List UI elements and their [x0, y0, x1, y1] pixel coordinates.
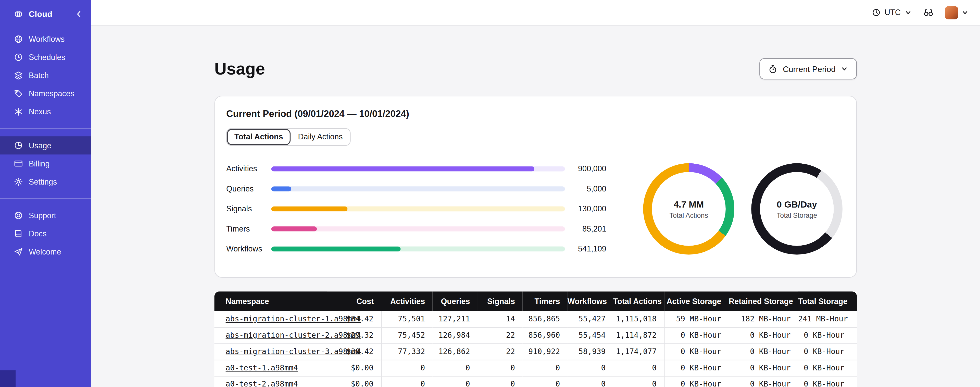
- namespace-link[interactable]: a0-test-2.a98mm4: [226, 380, 298, 387]
- cell-retained-storage: 0 KB-Hour: [729, 327, 798, 344]
- cell-workflows: 55,427: [568, 311, 613, 327]
- sidebar-item-docs[interactable]: Docs: [0, 225, 91, 243]
- bar-value: 85,201: [565, 225, 606, 233]
- cell-activities: 0: [381, 360, 433, 376]
- temporal-logo-icon: [14, 9, 23, 19]
- namespace-link[interactable]: abs-migration-cluster-1.a98mm4: [226, 315, 361, 323]
- tab-daily-actions[interactable]: Daily Actions: [291, 129, 350, 145]
- stopwatch-icon: [768, 64, 778, 74]
- current-period-card: Current Period (09/01/2024 — 10/01/2024)…: [214, 96, 857, 278]
- col-header-retained-storage: Retained Storage: [729, 291, 798, 311]
- sidebar-item-usage[interactable]: Usage: [0, 136, 91, 154]
- timezone-label: UTC: [885, 8, 900, 17]
- period-selector-button[interactable]: Current Period: [760, 58, 857, 79]
- timezone-selector[interactable]: UTC: [872, 8, 912, 17]
- cell-queries: 0: [433, 376, 477, 387]
- lifebuoy-icon: [14, 211, 23, 220]
- cell-signals: 22: [477, 327, 522, 344]
- cell-workflows: 58,939: [568, 343, 613, 360]
- usage-bar-row: Timers 85,201: [226, 225, 606, 233]
- sidebar-divider: [0, 198, 91, 199]
- cell-activities: 0: [381, 376, 433, 387]
- cell-retained-storage: 0 KB-Hour: [729, 376, 798, 387]
- cell-total-actions: 1,174,077: [613, 343, 665, 360]
- cell-active-storage: 0 KB-Hour: [665, 360, 729, 376]
- sidebar-nav-footer: Support Docs Welcome: [0, 204, 91, 264]
- bar-value: 900,000: [565, 165, 606, 173]
- donut-value: 4.7 MM: [674, 199, 704, 209]
- bar-fill: [271, 246, 401, 251]
- cell-signals: 14: [477, 311, 522, 327]
- donut-charts: 4.7 MM Total Actions 0 GB/Day Total Stor…: [643, 163, 843, 255]
- cell-total-actions: 1,114,872: [613, 327, 665, 344]
- sidebar-item-billing[interactable]: Billing: [0, 154, 91, 173]
- cell-total-storage: 0 KB-Hour: [798, 376, 857, 387]
- user-menu[interactable]: [945, 6, 969, 19]
- usage-bar-row: Activities 900,000: [226, 165, 606, 173]
- table-row: a0-test-1.a98mm4 $0.00 0 0 0 0 0 0 0 KB-…: [214, 360, 857, 376]
- sidebar-divider: [0, 128, 91, 129]
- sidebar-item-label: Welcome: [29, 247, 61, 256]
- brand-label: Cloud: [29, 9, 52, 19]
- binoculars-icon: [923, 7, 934, 18]
- namespace-link[interactable]: abs-migration-cluster-2.a98mm4: [226, 331, 361, 339]
- search-namespaces-button[interactable]: [923, 7, 934, 18]
- bar-value: 130,000: [565, 205, 606, 213]
- donut-label: Total Actions: [670, 211, 708, 219]
- sidebar-item-label: Billing: [29, 159, 50, 168]
- table-row: abs-migration-cluster-1.a98mm4 $34.42 75…: [214, 311, 857, 327]
- sidebar-collapse-button[interactable]: [75, 9, 84, 19]
- sidebar-item-label: Docs: [29, 229, 47, 238]
- bar-label: Queries: [226, 185, 271, 193]
- col-header-active-storage: Active Storage: [665, 291, 729, 311]
- cell-active-storage: 0 KB-Hour: [665, 343, 729, 360]
- cell-cost: $0.00: [327, 360, 381, 376]
- table-row: abs-migration-cluster-2.a98mm4 $29.32 75…: [214, 327, 857, 344]
- sidebar-item-welcome[interactable]: Welcome: [0, 243, 91, 261]
- tab-total-actions[interactable]: Total Actions: [227, 129, 290, 145]
- usage-bar-row: Signals 130,000: [226, 205, 606, 213]
- cell-cost: $0.00: [327, 376, 381, 387]
- col-header-total-actions: Total Actions: [613, 291, 665, 311]
- sidebar-item-batch[interactable]: Batch: [0, 66, 91, 85]
- namespace-link[interactable]: abs-migration-cluster-3.a98mm4: [226, 347, 361, 356]
- sidebar-item-label: Usage: [29, 141, 51, 150]
- donut-value: 0 GB/Day: [777, 199, 817, 209]
- sidebar-item-namespaces[interactable]: Namespaces: [0, 85, 91, 102]
- sidebar-item-settings[interactable]: Settings: [0, 173, 91, 191]
- card-title: Current Period (09/01/2024 — 10/01/2024): [215, 96, 856, 119]
- tag-icon: [14, 89, 23, 98]
- cell-activities: 75,452: [381, 327, 433, 344]
- usage-bar-row: Workflows 541,109: [226, 245, 606, 253]
- donut-center: 0 GB/Day Total Storage: [760, 172, 834, 246]
- cell-retained-storage: 0 KB-Hour: [729, 343, 798, 360]
- sidebar-item-workflows[interactable]: Workflows: [0, 30, 91, 48]
- sidebar-item-label: Schedules: [29, 53, 65, 62]
- cell-total-storage: 0 KB-Hour: [798, 343, 857, 360]
- col-header-timers: Timers: [522, 291, 567, 311]
- cell-queries: 127,211: [433, 311, 477, 327]
- namespace-link[interactable]: a0-test-1.a98mm4: [226, 363, 298, 372]
- cell-workflows: 0: [568, 376, 613, 387]
- bar-track: [271, 186, 565, 192]
- bar-label: Activities: [226, 165, 271, 173]
- bar-value: 5,000: [565, 185, 606, 193]
- col-header-total-storage: Total Storage: [798, 291, 857, 311]
- sidebar-item-label: Namespaces: [29, 89, 75, 98]
- sidebar-item-schedules[interactable]: Schedules: [0, 48, 91, 66]
- chevron-down-icon: [841, 65, 848, 72]
- cell-signals: 0: [477, 376, 522, 387]
- cell-total-actions: 0: [613, 360, 665, 376]
- sidebar-bottom-badge[interactable]: [0, 370, 16, 387]
- sidebar-item-nexus[interactable]: Nexus: [0, 102, 91, 121]
- bar-value: 541,109: [565, 245, 606, 253]
- bar-track: [271, 166, 565, 171]
- cell-timers: 856,865: [522, 311, 567, 327]
- chevron-down-icon: [961, 9, 969, 16]
- cell-total-storage: 0 KB-Hour: [798, 327, 857, 344]
- cell-active-storage: 0 KB-Hour: [665, 376, 729, 387]
- col-header-cost: Cost: [327, 291, 381, 311]
- sidebar-item-support[interactable]: Support: [0, 206, 91, 225]
- cell-signals: 22: [477, 343, 522, 360]
- clock-icon: [14, 53, 23, 62]
